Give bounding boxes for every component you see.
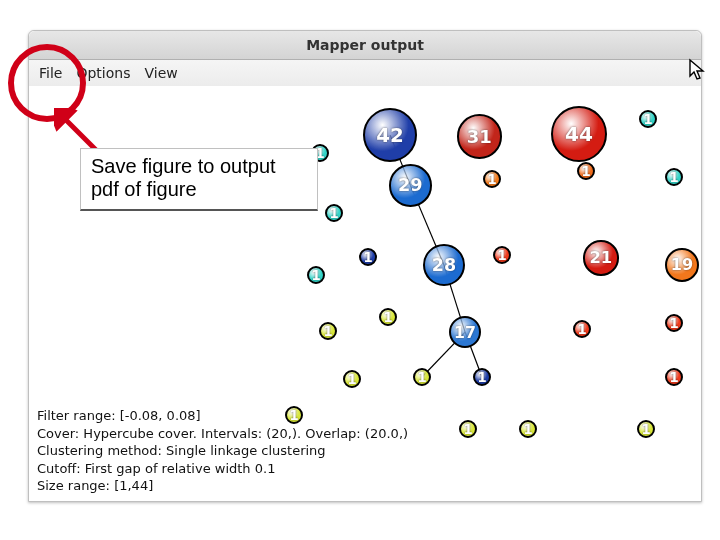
- menu-options[interactable]: Options: [76, 65, 130, 81]
- graph-node[interactable]: 1: [639, 110, 657, 128]
- graph-node[interactable]: 21: [583, 240, 619, 276]
- graph-node[interactable]: 28: [423, 244, 465, 286]
- graph-node[interactable]: 1: [459, 420, 477, 438]
- graph-node[interactable]: 1: [577, 162, 595, 180]
- graph-node[interactable]: 1: [519, 420, 537, 438]
- annotation-callout-text: Save figure to output pdf of figure: [91, 155, 276, 200]
- graph-node[interactable]: 1: [665, 314, 683, 332]
- graph-node[interactable]: 1: [473, 368, 491, 386]
- graph-node[interactable]: 1: [573, 320, 591, 338]
- graph-node[interactable]: 1: [493, 246, 511, 264]
- graph-node[interactable]: 1: [665, 368, 683, 386]
- graph-node[interactable]: 17: [449, 316, 481, 348]
- graph-node[interactable]: 29: [389, 164, 432, 207]
- graph-node[interactable]: 1: [483, 170, 501, 188]
- info-line: Cutoff: First gap of relative width 0.1: [37, 460, 408, 478]
- menu-bar: File Options View: [29, 60, 701, 87]
- graph-node[interactable]: 1: [413, 368, 431, 386]
- info-line: Size range: [1,44]: [37, 477, 408, 495]
- graph-node[interactable]: 1: [319, 322, 337, 340]
- title-bar: Mapper output: [29, 31, 701, 60]
- menu-file[interactable]: File: [39, 65, 62, 81]
- graph-node[interactable]: 1: [665, 168, 683, 186]
- graph-node[interactable]: 1: [325, 204, 343, 222]
- graph-node[interactable]: 44: [551, 106, 607, 162]
- graph-node[interactable]: 42: [363, 108, 417, 162]
- info-line: Clustering method: Single linkage cluste…: [37, 442, 408, 460]
- graph-node[interactable]: 19: [665, 248, 699, 282]
- graph-node[interactable]: 1: [307, 266, 325, 284]
- info-line: Cover: Hypercube cover. Intervals: (20,)…: [37, 425, 408, 443]
- info-text: Filter range: [-0.08, 0.08] Cover: Hyper…: [37, 407, 408, 495]
- graph-node[interactable]: 1: [285, 406, 303, 424]
- menu-view[interactable]: View: [144, 65, 177, 81]
- app-window: Mapper output File Options View Filter r…: [28, 30, 702, 502]
- graph-node[interactable]: 1: [637, 420, 655, 438]
- graph-node[interactable]: 1: [379, 308, 397, 326]
- annotation-callout: Save figure to output pdf of figure: [80, 148, 318, 211]
- graph-node[interactable]: 31: [457, 114, 502, 159]
- info-line: Filter range: [-0.08, 0.08]: [37, 407, 408, 425]
- graph-node[interactable]: 1: [343, 370, 361, 388]
- window-title: Mapper output: [306, 37, 424, 53]
- graph-node[interactable]: 1: [359, 248, 377, 266]
